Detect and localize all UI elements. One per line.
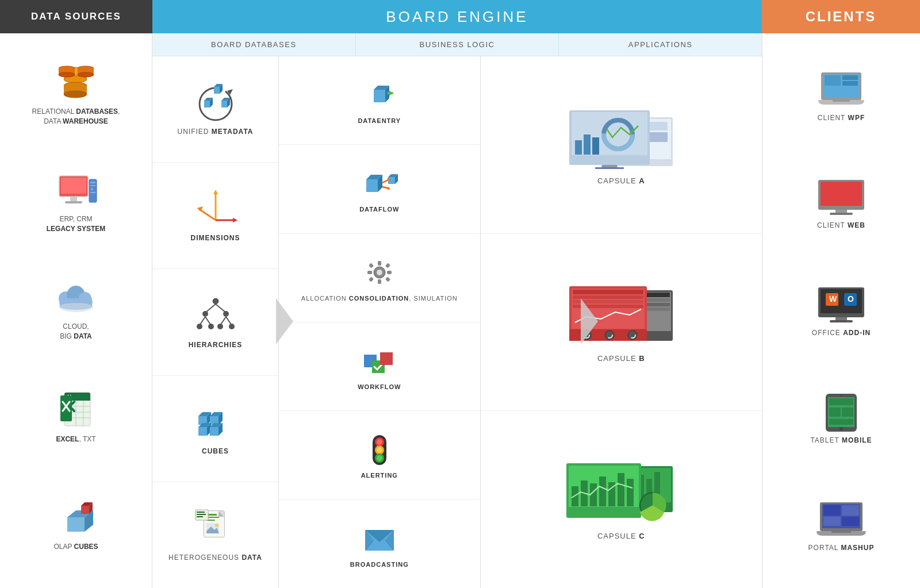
svg-rect-230 — [831, 531, 851, 533]
svg-marker-64 — [233, 218, 237, 222]
svg-marker-42 — [67, 517, 85, 532]
metadata-label: UNIFIED METADATA — [178, 128, 254, 136]
svg-rect-157 — [584, 134, 591, 155]
web-icon — [815, 178, 867, 218]
svg-point-19 — [91, 188, 93, 190]
bizlogic-column: DATAENTRY — [279, 56, 481, 588]
capsule-b-label: CAPSULE B — [597, 354, 645, 363]
workflow-label: WORKFLOW — [358, 383, 401, 390]
svg-rect-17 — [90, 182, 95, 183]
svg-text:W: W — [829, 294, 837, 303]
svg-marker-55 — [204, 101, 210, 107]
svg-rect-18 — [90, 185, 95, 186]
svg-rect-133 — [380, 352, 393, 365]
ds-excel: X EXCEL, TXT — [56, 364, 96, 472]
erp-icon — [55, 172, 98, 210]
sub-headers: BOARD DATABASES BUSINESS LOGIC APPLICATI… — [152, 33, 762, 56]
relational-label: RELATIONAL DATABASES,DATA WAREHOUSE — [32, 107, 120, 126]
cloud-icon — [53, 280, 99, 317]
app-capsule-a: CAPSULE A — [481, 56, 762, 234]
ds-relational: RELATIONAL DATABASES,DATA WAREHOUSE — [32, 42, 120, 149]
db-unified-metadata: UNIFIED METADATA — [152, 56, 278, 163]
svg-rect-206 — [835, 210, 847, 213]
svg-rect-124 — [378, 279, 381, 284]
svg-point-78 — [217, 324, 223, 329]
svg-rect-171 — [573, 300, 643, 303]
svg-line-69 — [216, 304, 226, 313]
broadcasting-icon — [359, 520, 400, 558]
bl-broadcasting: BROADCASTING — [279, 500, 480, 588]
clients-header: CLIENTS — [762, 0, 920, 33]
clients-title: CLIENTS — [806, 9, 877, 25]
datasources-title: DATA SOURCES — [31, 11, 121, 22]
allocation-label: ALLOCATION CONSOLIDATION, SIMULATION — [301, 295, 458, 302]
svg-point-71 — [223, 311, 229, 317]
datasources-header: DATA SOURCES — [0, 0, 152, 33]
svg-point-76 — [197, 324, 202, 329]
capsule-c-icon — [564, 459, 678, 528]
svg-marker-45 — [81, 506, 89, 514]
dimensions-icon — [193, 189, 239, 229]
dataflow-icon — [359, 165, 400, 202]
erp-label: ERP, CRMLEGACY SYSTEM — [47, 214, 105, 234]
svg-rect-103 — [197, 512, 205, 513]
databases-column: UNIFIED METADATA — [152, 56, 279, 588]
boardengine-title: BOARD ENGINE — [386, 8, 528, 26]
svg-rect-20 — [90, 192, 95, 193]
tablet-label: TABLET MOBILE — [810, 436, 872, 444]
svg-point-27 — [60, 303, 92, 310]
svg-rect-168 — [572, 289, 645, 329]
svg-rect-215 — [830, 320, 853, 322]
client-office: W O OFFICE ADD-IN — [812, 257, 871, 364]
svg-marker-120 — [388, 187, 390, 190]
cubes-label: CUBES — [202, 447, 229, 455]
svg-rect-129 — [369, 277, 374, 282]
ds-cloud: CLOUD,BIG DATA — [53, 257, 99, 364]
capsule-a-icon — [564, 104, 678, 173]
client-wpf: CLIENT WPF — [815, 42, 867, 149]
svg-marker-111 — [366, 179, 378, 192]
svg-rect-196 — [627, 479, 634, 506]
excel-label: EXCEL, TXT — [56, 435, 95, 444]
ds-olap: OLAP CUBES — [53, 472, 98, 579]
subheader-applications: APPLICATIONS — [559, 33, 762, 56]
svg-rect-105 — [197, 516, 203, 517]
bl-alerting: ALERTING — [279, 411, 480, 499]
svg-point-11 — [64, 91, 87, 98]
dataentry-icon — [359, 76, 400, 114]
svg-marker-89 — [210, 427, 218, 436]
svg-point-140 — [377, 455, 382, 461]
svg-rect-220 — [829, 398, 853, 405]
excel-icon: X — [56, 393, 96, 430]
svg-point-5 — [78, 72, 94, 77]
app-capsule-b: CAPSULE B — [481, 234, 762, 412]
svg-rect-39 — [60, 395, 72, 421]
hierarchies-label: HIERARCHIES — [189, 341, 243, 349]
broadcasting-label: BROADCASTING — [350, 561, 409, 568]
svg-point-218 — [839, 427, 843, 431]
svg-point-77 — [208, 324, 214, 329]
client-tablet: TABLET MOBILE — [810, 364, 872, 472]
bl-allocation: ALLOCATION CONSOLIDATION, SIMULATION — [279, 234, 480, 322]
portal-label: PORTAL MASHUP — [808, 544, 875, 552]
db-hierarchies: HIERARCHIES — [152, 269, 278, 375]
office-icon: W O — [815, 285, 867, 325]
bl-dataentry: DATAENTRY — [279, 56, 480, 145]
bl-dataflow: DATAFLOW — [279, 145, 480, 233]
svg-rect-130 — [385, 277, 390, 282]
svg-rect-104 — [197, 514, 206, 515]
db-dimensions: DIMENSIONS — [152, 163, 278, 269]
clients-column: CLIENT WPF CLIENT WEB — [762, 33, 920, 588]
dimensions-label: DIMENSIONS — [190, 234, 240, 242]
svg-line-68 — [205, 304, 216, 313]
svg-rect-207 — [830, 213, 853, 215]
db-cubes: CUBES — [152, 376, 278, 482]
svg-rect-229 — [842, 517, 859, 526]
svg-rect-205 — [821, 182, 862, 206]
svg-rect-203 — [833, 100, 850, 102]
olap-label: OLAP CUBES — [53, 542, 98, 552]
svg-rect-14 — [70, 197, 77, 201]
capsule-a-label: CAPSULE A — [597, 176, 645, 185]
unified-metadata-icon — [193, 83, 239, 123]
svg-text:O: O — [848, 294, 854, 303]
